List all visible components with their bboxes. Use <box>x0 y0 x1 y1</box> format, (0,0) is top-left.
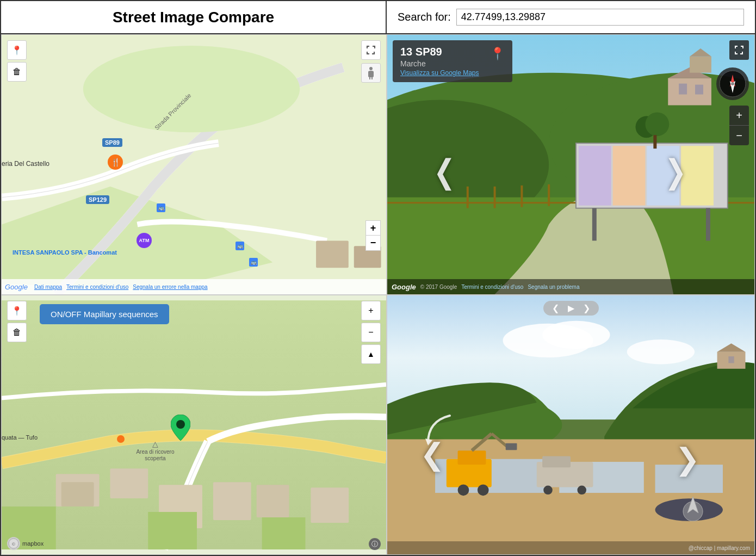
mpl-prev-btn[interactable]: ❮ <box>552 303 559 313</box>
svg-rect-68 <box>542 456 571 468</box>
mb-zoom-out[interactable]: − <box>361 323 381 342</box>
svg-rect-18 <box>613 146 646 206</box>
svg-point-35 <box>731 82 734 85</box>
label-intesa: INTESA SANPAOLO SPA - Bancomat <box>13 249 117 256</box>
sv-copyright: © 2017 Google <box>420 284 457 290</box>
sv-scene: 📍 13 SP89 Marche Visualizza su Google Ma… <box>387 35 754 294</box>
svg-rect-26 <box>695 85 703 95</box>
sv-zoom-in[interactable]: + <box>729 106 749 125</box>
mb-trash-btn[interactable]: 🗑 <box>7 323 27 342</box>
mpl-next-btn[interactable]: ❯ <box>583 303 590 313</box>
svg-rect-42 <box>257 485 289 517</box>
sv-fullscreen-btn[interactable] <box>729 40 749 60</box>
svg-rect-31 <box>653 135 656 149</box>
mapillary-toggle-btn[interactable]: ON/OFF Mapillary sequences <box>40 304 169 324</box>
header-search-section: Search for: <box>387 1 755 33</box>
svg-rect-27 <box>690 57 711 73</box>
svg-rect-3 <box>316 240 349 268</box>
sv-zoom-out[interactable]: − <box>729 126 749 145</box>
mb-green-pin <box>171 415 190 446</box>
mb-controls-right: + − ▲ <box>361 301 381 364</box>
sv-pin-icon: 📍 <box>490 47 505 61</box>
atm-marker: ATM <box>137 233 152 248</box>
label-sp129: SP129 <box>86 195 109 204</box>
mpl-nav-left-arrow[interactable]: ❮ <box>420 437 445 472</box>
mpl-footer: @chiccap | mapillary.com <box>387 541 754 554</box>
mb-logo: © mapbox <box>7 537 44 550</box>
svg-point-30 <box>645 112 669 136</box>
location-btn[interactable]: 📍 <box>7 40 27 60</box>
mpl-person-indicator <box>679 489 707 523</box>
bus-stop-1: 🚌 <box>157 203 165 212</box>
mb-zoom-in[interactable]: + <box>361 301 381 320</box>
svg-rect-56 <box>728 356 734 363</box>
sv-terms[interactable]: Termini e condizioni d'uso <box>461 284 523 290</box>
svg-point-69 <box>543 485 553 495</box>
mpl-play-btn[interactable]: ▶ <box>568 303 574 313</box>
svg-rect-43 <box>311 487 349 523</box>
zoom-out-btn[interactable]: − <box>365 236 381 251</box>
svg-rect-38 <box>61 482 94 506</box>
mapillary-panel: ❮ ▶ ❯ ❮ ❯ <box>387 295 755 555</box>
svg-point-52 <box>542 321 610 349</box>
svg-text:©: © <box>12 542 15 547</box>
map-controls-left: 📍 🗑 <box>7 40 27 82</box>
sv-region: Marche <box>400 59 505 68</box>
google-map-footer: Google Dati mappa Termini e condizioni d… <box>2 279 386 294</box>
mb-location-btn[interactable]: 📍 <box>7 301 27 320</box>
svg-rect-25 <box>679 84 687 95</box>
svg-point-53 <box>627 339 695 365</box>
sv-nav-left[interactable]: ❮ <box>433 152 455 190</box>
sv-zoom-controls: + − <box>729 106 749 145</box>
svg-rect-45 <box>148 512 197 549</box>
svg-point-72 <box>478 484 489 496</box>
svg-rect-41 <box>213 482 251 520</box>
header-title-section: Street Image Compare <box>1 1 387 33</box>
search-input[interactable] <box>456 9 744 26</box>
sv-info-overlay: 📍 13 SP89 Marche Visualizza su Google Ma… <box>393 40 512 82</box>
mb-info-icon[interactable]: ⓘ <box>369 538 381 550</box>
sv-compass[interactable] <box>716 67 749 100</box>
sv-report[interactable]: Segnala un problema <box>528 284 579 290</box>
main-grid: 📍 🗑 SP89 SP129 Strada Provinciale eria D… <box>0 34 756 556</box>
person-btn[interactable] <box>361 63 381 83</box>
sv-footer: Google © 2017 Google Termini e condizion… <box>387 279 754 294</box>
google-logo: Google <box>5 283 28 291</box>
mb-label-triangle: △ Area di ricoveroscoperta <box>136 440 174 461</box>
label-sp89: SP89 <box>102 138 122 147</box>
footer-dati[interactable]: Dati mappa <box>34 284 62 290</box>
svg-point-71 <box>458 484 469 496</box>
svg-point-47 <box>176 420 185 429</box>
zoom-in-btn[interactable]: + <box>365 220 381 236</box>
restaurant-marker: 🍴 <box>108 155 123 170</box>
trash-btn[interactable]: 🗑 <box>7 62 27 82</box>
bus-stop-3: 🚌 <box>249 258 258 267</box>
svg-point-2 <box>83 46 300 132</box>
footer-segnala[interactable]: Segnala un errore nella mappa <box>133 284 207 290</box>
fullscreen-btn[interactable] <box>361 40 381 60</box>
sv-street-name: 13 SP89 <box>400 46 505 58</box>
svg-rect-17 <box>579 146 611 206</box>
svg-point-70 <box>577 485 586 495</box>
footer-termini[interactable]: Termini e condizioni d'uso <box>66 284 128 290</box>
svg-rect-21 <box>592 208 597 241</box>
app-title: Street Image Compare <box>113 9 274 26</box>
google-map-panel: 📍 🗑 SP89 SP129 Strada Provinciale eria D… <box>1 34 387 295</box>
svg-rect-46 <box>262 517 306 549</box>
mb-logo-icon: © <box>7 537 20 550</box>
sv-google-logo: Google <box>392 283 416 291</box>
mb-compass-btn[interactable]: ▲ <box>361 344 381 364</box>
sv-maps-link[interactable]: Visualizza su Google Maps <box>400 69 505 77</box>
sv-nav-right[interactable]: ❯ <box>665 152 686 190</box>
search-label: Search for: <box>398 11 451 23</box>
bus-stop-2: 🚌 <box>236 242 244 250</box>
mb-label-aquata: quata — Tufo <box>2 434 38 441</box>
svg-point-5 <box>369 67 373 70</box>
svg-rect-23 <box>668 78 711 106</box>
app-header: Street Image Compare Search for: <box>0 0 756 34</box>
mpl-attribution: @chiccap | mapillary.com <box>689 545 750 551</box>
mpl-nav-right-arrow[interactable]: ❯ <box>675 442 700 477</box>
svg-rect-22 <box>706 208 710 241</box>
mb-logo-text: mapbox <box>22 540 44 547</box>
mb-controls-left: 📍 🗑 <box>7 301 27 342</box>
